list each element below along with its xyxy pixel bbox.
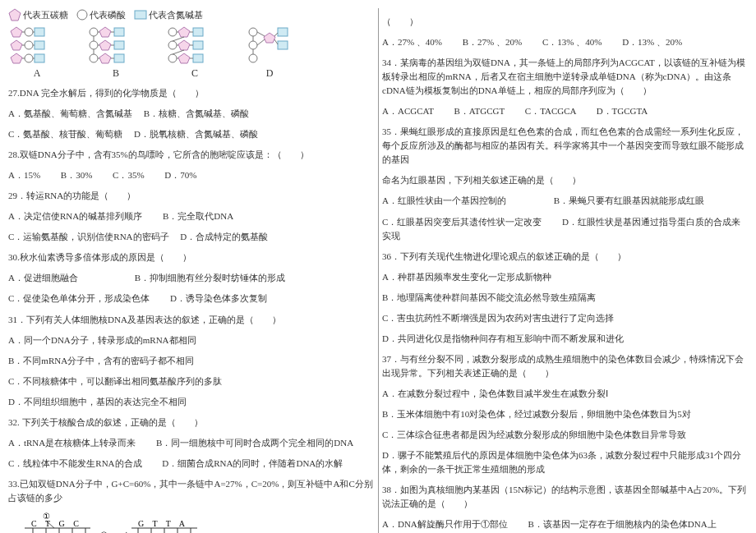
q29-row1: A．决定信使RNA的碱基排列顺序 B．完全取代DNA <box>8 209 374 223</box>
q37-D: D．骡子不能繁殖后代的原因是体细胞中染色体为63条，减数分裂过程中只能形成31个… <box>382 448 748 476</box>
svg-rect-37 <box>193 28 203 36</box>
q30-A: A．促进细胞融合 <box>8 273 78 283</box>
q37-C: C．三体综合征患者都是因为经减数分裂形成的卵细胞中染色体数目异常导致 <box>382 428 748 442</box>
q30-B: B．抑制细胞有丝分裂时纺锤体的形成 <box>135 273 285 283</box>
q33-stem: 33.已知双链DNA分子中，G+C=60%，其中一条链中A=27%，C=20%，… <box>8 477 374 505</box>
pentose-label: 代表五碳糖 <box>23 9 68 21</box>
base-label: 代表含氮碱基 <box>149 9 203 21</box>
svg-point-52 <box>249 28 257 36</box>
q28-A: A．15% <box>8 170 40 180</box>
q28-stem: 28.双链DNA分子中，含有35%的鸟嘌呤，它所含的胞嘧啶应该是：（ ） <box>8 148 374 162</box>
right-column: （ ） A．27% 、40% B．27% 、20% C．13% 、40% D．1… <box>382 8 748 533</box>
phosphate-legend: 代表磷酸 <box>76 9 126 21</box>
svg-point-35 <box>168 28 177 36</box>
diagram-label-D: D <box>266 67 274 80</box>
svg-marker-19 <box>99 27 111 37</box>
legend-row: 代表五碳糖 代表磷酸 代表含氮碱基 <box>8 8 374 21</box>
q32-stem: 32. 下列关于核酸合成的叙述，正确的是（ ） <box>8 416 374 430</box>
q37-stem: 37．与有丝分裂不同，减数分裂形成的成熟生殖细胞中的染色体数目会减少，特殊情况下… <box>382 352 748 380</box>
svg-point-40 <box>168 41 177 49</box>
svg-rect-5 <box>35 28 44 36</box>
svg-line-62 <box>274 33 278 36</box>
q33-B: B．27% 、20% <box>463 37 522 47</box>
svg-rect-47 <box>193 54 203 62</box>
q36-C: C．害虫抗药性不断增强是因为农药对害虫进行了定向选择 <box>382 311 748 325</box>
svg-line-51 <box>173 50 184 54</box>
q36-A: A．种群基因频率发生变化一定形成新物种 <box>382 270 748 284</box>
q28-opts: A．15% B．30% C．35% D．70% <box>8 168 374 182</box>
svg-point-18 <box>90 28 98 36</box>
q32-row2: C．线粒体中不能发生RNA的合成 D．细菌合成RNA的同时，伴随着DNA的水解 <box>8 457 374 471</box>
q27-C: C．氨基酸、核苷酸、葡萄糖 <box>8 129 122 139</box>
svg-point-1 <box>77 10 87 20</box>
q38-A: A．DNA解旋酶只作用于①部位 <box>382 519 508 529</box>
svg-marker-8 <box>11 40 22 50</box>
q33-D: D．13% 、20% <box>622 37 682 47</box>
svg-rect-25 <box>114 41 124 49</box>
q32-row1: A．tRNA是在核糖体上转录而来 B．同一细胞核中可同时合成两个完全相同的DNA <box>8 436 374 450</box>
svg-rect-42 <box>193 41 203 49</box>
q34-D: D．TGCGTA <box>597 106 648 116</box>
q35-stem: 35．果蝇红眼形成的直接原因是红色色素的合成，而红色色素的合成需经一系列生化反应… <box>382 125 748 167</box>
diagram-label-C: C <box>191 67 198 80</box>
q38-B: B．该基因一定存在于细胞核内的染色体DNA上 <box>528 519 717 529</box>
q30-stem: 30.秋水仙素诱导多倍体形成的原因是（ ） <box>8 250 374 264</box>
q30-row1: A．促进细胞融合 B．抑制细胞有丝分裂时纺锤体的形成 <box>8 271 374 285</box>
q35-C: C．红眼基因突变后其遗传性状一定改变 <box>382 217 542 227</box>
q31-B: B．不同mRNA分子中，含有的密码子都不相同 <box>8 354 374 368</box>
q34-C: C．TACGCA <box>525 106 576 116</box>
q28-D: D．70% <box>164 170 196 180</box>
q29-B: B．完全取代DNA <box>163 211 233 221</box>
q35-row1: A．红眼性状由一个基因控制的 B．果蝇只要有红眼基因就能形成红眼 <box>382 194 748 208</box>
q36-D: D．共同进化仅是指物种间存有相互影响中而不断发展和进化 <box>382 332 748 346</box>
svg-point-45 <box>168 54 177 62</box>
q27-A: A．氨基酸、葡萄糖、含氮碱基 <box>8 108 132 118</box>
q37-A: A．在减数分裂过程中，染色体数目减半发生在减数分裂Ⅰ <box>382 387 748 401</box>
phosphate-label: 代表磷酸 <box>90 9 126 21</box>
q35-A: A．红眼性状由一个基因控制的 <box>382 195 506 205</box>
svg-rect-10 <box>35 41 44 49</box>
q33-opts: A．27% 、40% B．27% 、20% C．13% 、40% D．13% 、… <box>382 35 748 49</box>
q33-figure: ① C T G C G T T A ② G A C G C A A T <box>8 512 374 533</box>
diagram-A: A <box>8 26 66 80</box>
diagram-row: A B C <box>8 26 374 80</box>
q32-A: A．tRNA是在核糖体上转录而来 <box>8 438 136 448</box>
svg-rect-15 <box>35 54 44 62</box>
pentose-legend: 代表五碳糖 <box>8 8 68 21</box>
q34-stem: 34．某病毒的基因组为双链DNA，其一条链上的局部序列为ACGCAT，以该链的互… <box>382 56 748 98</box>
q27-B: B．核糖、含氮碱基、磷酸 <box>144 108 249 118</box>
fig-top2: G T T A <box>138 519 188 528</box>
svg-marker-0 <box>9 9 21 21</box>
q28-C: C．35% <box>113 170 145 180</box>
q29-row2: C．运输氨基酸，识别信使RNA的密码子 D．合成特定的氨基酸 <box>8 230 374 244</box>
q34-A: A．ACGCAT <box>382 106 434 116</box>
diagram-label-A: A <box>34 67 41 80</box>
svg-point-53 <box>249 41 257 49</box>
svg-marker-57 <box>264 33 275 43</box>
svg-point-23 <box>90 41 98 49</box>
q32-C: C．线粒体中不能发生RNA的合成 <box>8 458 142 468</box>
q35-cont1: 命名为红眼基因，下列相关叙述正确的是（ ） <box>382 173 748 187</box>
svg-point-9 <box>25 41 33 49</box>
svg-line-60 <box>257 32 265 36</box>
q35-row2: C．红眼基因突变后其遗传性状一定改变 D．红眼性状是基因通过指导蛋白质的合成来实… <box>382 215 748 243</box>
q27-row1: A．氨基酸、葡萄糖、含氮碱基 B．核糖、含氮碱基、磷酸 <box>8 107 374 121</box>
q31-D: D．不同组织细胞中，基因的表达完全不相同 <box>8 395 374 409</box>
svg-marker-24 <box>99 40 111 50</box>
q31-C: C．不同核糖体中，可以翻译出相同氨基酸序列的多肽 <box>8 374 374 388</box>
svg-rect-59 <box>278 41 288 49</box>
q29-D: D．合成特定的氨基酸 <box>180 232 268 241</box>
svg-point-14 <box>25 54 33 62</box>
q33-blank: （ ） <box>382 15 748 29</box>
svg-line-63 <box>274 39 278 44</box>
q27-row2: C．氨基酸、核苷酸、葡萄糖 D．脱氧核糖、含氮碱基、磷酸 <box>8 127 374 141</box>
q29-C: C．运输氨基酸，识别信使RNA的密码子 <box>8 232 169 241</box>
svg-marker-46 <box>178 53 190 63</box>
q28-B: B．30% <box>61 170 93 180</box>
column-divider <box>378 8 379 533</box>
svg-rect-20 <box>114 28 124 36</box>
q30-C: C．促使染色单体分开，形成染色体 <box>8 293 150 303</box>
svg-marker-29 <box>99 53 111 63</box>
q37-B: B．玉米体细胞中有10对染色体，经过减数分裂后，卵细胞中染色体数目为5对 <box>382 407 748 421</box>
base-legend: 代表含氮碱基 <box>134 9 203 21</box>
